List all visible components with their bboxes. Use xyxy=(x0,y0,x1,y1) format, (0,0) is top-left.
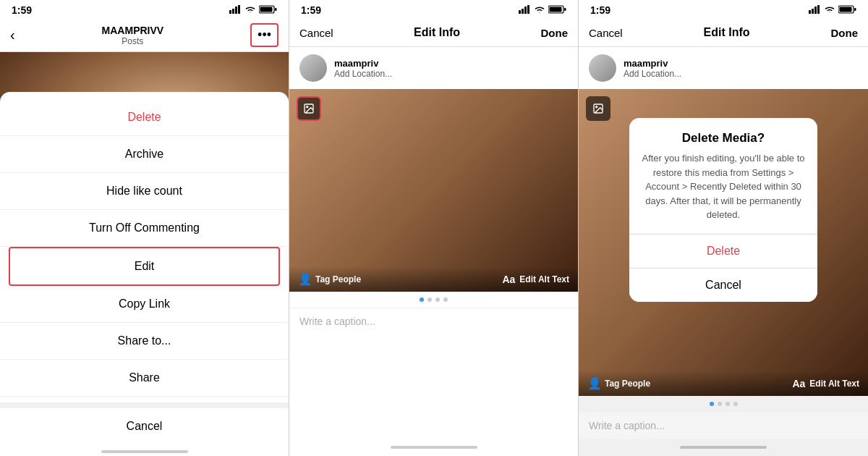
bottom-sheet: Delete Archive Hide like count Turn Off … xyxy=(0,92,289,456)
svg-point-15 xyxy=(307,106,308,108)
aa-icon-3: Aa xyxy=(792,378,805,389)
add-location-3[interactable]: Add Location... xyxy=(624,69,681,79)
svg-rect-21 xyxy=(840,7,852,12)
back-button-1[interactable]: ‹ xyxy=(10,27,15,43)
caption-input-2[interactable]: Write a caption... xyxy=(289,308,578,334)
svg-rect-17 xyxy=(812,9,814,14)
status-icons-3 xyxy=(809,5,856,16)
delete-dialog: Delete Media? After you finish editing, … xyxy=(629,118,817,302)
edit-image-2: 👤 Tag People Aa Edit Alt Text xyxy=(289,89,578,292)
svg-rect-0 xyxy=(229,10,231,14)
user-info-3: maampriv Add Location... xyxy=(624,58,681,79)
dialog-cancel-button[interactable]: Cancel xyxy=(629,269,817,302)
dot-3-2 xyxy=(718,402,722,406)
wifi-icon-3 xyxy=(824,5,835,16)
svg-rect-16 xyxy=(809,10,811,14)
nav-subtitle-1: Posts xyxy=(102,36,164,46)
sheet-item-copy-link[interactable]: Copy Link xyxy=(0,286,289,323)
svg-rect-9 xyxy=(524,7,527,14)
user-row-3: maampriv Add Location... xyxy=(579,47,868,89)
svg-rect-19 xyxy=(817,5,820,14)
sheet-item-delete[interactable]: Delete xyxy=(0,99,289,136)
panel-3: 1:59 xyxy=(579,0,868,456)
dialog-title: Delete Media? xyxy=(629,118,817,151)
avatar-2 xyxy=(299,54,327,82)
tag-people-button-2[interactable]: 👤 Tag People xyxy=(298,272,361,286)
dot-indicators-2 xyxy=(289,292,578,308)
image-bottom-bar-3: 👤 Tag People Aa Edit Alt Text xyxy=(579,371,868,396)
home-indicator-3 xyxy=(680,446,767,449)
signal-icon-1 xyxy=(229,5,242,16)
dot-indicators-3 xyxy=(579,396,868,412)
svg-rect-12 xyxy=(550,7,562,12)
image-bottom-bar-2: 👤 Tag People Aa Edit Alt Text xyxy=(289,266,578,292)
sheet-cancel-button[interactable]: Cancel xyxy=(0,402,289,444)
svg-rect-7 xyxy=(519,10,521,14)
tag-people-button-3[interactable]: 👤 Tag People xyxy=(587,376,650,390)
svg-rect-5 xyxy=(260,7,273,12)
svg-rect-2 xyxy=(235,7,237,14)
svg-rect-8 xyxy=(522,9,524,14)
svg-rect-10 xyxy=(527,5,529,14)
done-button-3[interactable]: Done xyxy=(831,27,859,39)
wifi-icon-1 xyxy=(244,5,256,16)
status-bar-1: 1:59 xyxy=(0,0,289,19)
dot-3-1 xyxy=(710,402,714,406)
panel-1: 1:59 xyxy=(0,0,289,456)
username-2: maampriv xyxy=(334,58,392,69)
time-3: 1:59 xyxy=(590,4,610,16)
nav-username-1: MAAMPRIVV xyxy=(102,25,164,36)
dot-3-4 xyxy=(733,402,738,406)
status-bar-3: 1:59 xyxy=(579,0,868,19)
home-area-3 xyxy=(579,439,868,456)
status-icons-1 xyxy=(229,5,277,16)
sheet-item-hide-like[interactable]: Hide like count xyxy=(0,173,289,210)
media-icon-button-2[interactable] xyxy=(297,96,321,121)
dialog-delete-button[interactable]: Delete xyxy=(629,235,817,268)
tag-people-label-3: Tag People xyxy=(605,379,650,389)
wifi-icon-2 xyxy=(534,5,545,16)
more-button-1[interactable]: ••• xyxy=(250,23,278,47)
sheet-item-archive[interactable]: Archive xyxy=(0,136,289,173)
panel-2: 1:59 xyxy=(289,0,579,456)
home-area-2 xyxy=(289,439,578,456)
edit-header-2: Cancel Edit Info Done xyxy=(289,19,578,47)
done-button-2[interactable]: Done xyxy=(541,27,569,39)
tag-people-label-2: Tag People xyxy=(315,274,361,284)
signal-icon-3 xyxy=(809,5,821,16)
sheet-item-edit[interactable]: Edit xyxy=(9,247,280,286)
user-info-2: maampriv Add Location... xyxy=(334,58,392,79)
edit-alt-text-label-2: Edit Alt Text xyxy=(519,274,569,284)
edit-alt-text-button-2[interactable]: Aa Edit Alt Text xyxy=(502,272,569,286)
person-icon-2: 👤 xyxy=(298,272,312,286)
edit-alt-text-button-3[interactable]: Aa Edit Alt Text xyxy=(792,376,859,390)
edit-header-3: Cancel Edit Info Done xyxy=(579,19,868,47)
battery-icon-1 xyxy=(259,5,277,16)
media-icon-button-3[interactable] xyxy=(586,96,610,121)
sheet-item-commenting[interactable]: Turn Off Commenting xyxy=(0,210,289,247)
battery-icon-3 xyxy=(838,5,856,16)
home-indicator-1 xyxy=(101,450,188,453)
svg-rect-22 xyxy=(854,8,856,11)
sheet-item-share-to[interactable]: Share to... xyxy=(0,323,289,360)
person-icon-3: 👤 xyxy=(587,376,602,390)
add-location-2[interactable]: Add Location... xyxy=(334,69,392,79)
edit-alt-text-label-3: Edit Alt Text xyxy=(809,379,859,389)
dot-4 xyxy=(443,297,448,302)
svg-rect-18 xyxy=(814,7,817,14)
aa-icon-2: Aa xyxy=(502,274,515,285)
status-bar-2: 1:59 xyxy=(289,0,578,19)
username-3: maampriv xyxy=(624,58,681,69)
svg-rect-6 xyxy=(275,8,277,11)
time-2: 1:59 xyxy=(301,4,321,16)
status-icons-2 xyxy=(519,5,566,16)
cancel-button-2[interactable]: Cancel xyxy=(299,27,333,39)
cancel-button-3[interactable]: Cancel xyxy=(589,27,623,39)
dot-1 xyxy=(420,297,424,302)
caption-input-3[interactable]: Write a caption... xyxy=(579,412,868,439)
avatar-3 xyxy=(589,54,616,82)
sheet-item-share[interactable]: Share xyxy=(0,360,289,397)
svg-rect-3 xyxy=(238,5,240,14)
svg-point-24 xyxy=(596,106,597,108)
nav-bar-1: ‹ MAAMPRIVV Posts ••• xyxy=(0,19,289,52)
